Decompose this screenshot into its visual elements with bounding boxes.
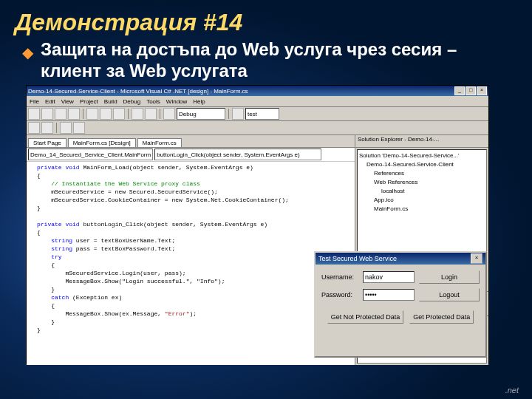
menu-tools[interactable]: Tools [146,98,160,105]
tree-references[interactable]: References [359,169,485,178]
tab-start[interactable]: Start Page [28,138,66,147]
menu-debug[interactable]: Debug [123,98,141,105]
tree-localhost[interactable]: localhost [359,187,485,196]
open-icon[interactable] [41,108,53,120]
cut-icon[interactable] [86,108,98,120]
menu-view[interactable]: View [61,98,74,105]
redo-icon[interactable] [145,108,157,120]
dialog-close-icon[interactable]: × [471,253,482,264]
solution-explorer-title: Solution Explorer - Demo-14-... [355,135,488,148]
new-project-icon[interactable] [28,108,40,120]
menu-help[interactable]: Help [193,98,205,105]
toolbox-icon[interactable] [28,122,40,134]
menu-build[interactable]: Build [104,98,117,105]
tree-solution[interactable]: Solution 'Demo-14-Secured-Service...' [359,151,485,160]
save-all-icon[interactable] [68,108,80,120]
editor-tabs: Start Page MainForm.cs [Design] MainForm… [27,135,355,148]
tab-design[interactable]: MainForm.cs [Design] [68,138,136,147]
get-unprotected-button[interactable]: Get Not Protected Data [327,310,404,324]
logout-button[interactable]: Logout [419,288,480,301]
find-combo[interactable]: test [245,108,279,120]
vs-menubar: File Edit View Project Build Debug Tools… [27,96,488,107]
minimize-button[interactable]: _ [454,86,465,95]
tree-webref[interactable]: Web References [359,178,485,187]
undo-icon[interactable] [132,108,143,120]
menu-edit[interactable]: Edit [45,98,55,105]
menu-project[interactable]: Project [80,98,98,105]
paste-icon[interactable] [113,108,125,120]
password-label: Password: [321,291,358,299]
vs-toolbar-1: Debug test [27,107,488,121]
tree-appicon[interactable]: App.ico [359,196,485,205]
code-editor[interactable]: private void MainForm_Load(object sender… [27,162,355,365]
breakpoint-icon[interactable] [60,122,72,134]
footer-watermark: .net [505,386,519,395]
bullet-icon: ◆ [22,44,33,61]
get-protected-button[interactable]: Get Protected Data [409,310,474,324]
login-button[interactable]: Login [419,270,480,284]
vs-title-text: Demo-14-Secured-Service-Client - Microso… [28,88,248,95]
dialog-titlebar: Test Secured Web Service × [316,253,485,265]
tab-mainform[interactable]: MainForm.cs [137,138,182,147]
step-icon[interactable] [73,122,85,134]
copy-icon[interactable] [100,108,112,120]
class-combo[interactable]: Demo_14_Secured_Service_Client.MainForm [28,149,153,160]
config-combo[interactable]: Debug [177,108,225,120]
close-button[interactable]: × [477,86,487,95]
slide-subtitle: Защита на достъпа до Web услуга чрез сес… [41,39,510,82]
username-input[interactable] [363,271,415,283]
class-view-icon[interactable] [41,122,53,134]
vs-titlebar: Demo-14-Secured-Service-Client - Microso… [27,86,488,96]
dialog-title: Test Secured Web Service [318,255,397,262]
method-combo[interactable]: buttonLogin_Click(object sender, System.… [154,149,321,160]
save-icon[interactable] [55,108,66,120]
find-icon[interactable] [232,108,244,120]
maximize-button[interactable]: □ [466,86,476,95]
tree-mainform[interactable]: MainForm.cs [359,205,485,214]
username-label: Username: [321,273,358,281]
menu-window[interactable]: Window [166,98,187,105]
tree-project[interactable]: Demo-14-Secured-Service-Client [359,160,485,169]
start-icon[interactable] [163,108,175,120]
menu-file[interactable]: File [30,98,39,105]
slide-title: Демонстрация #14 [0,0,532,39]
vs-toolbar-2 [27,121,488,135]
password-input[interactable] [363,289,415,301]
test-dialog: Test Secured Web Service × Username: Log… [314,251,487,358]
